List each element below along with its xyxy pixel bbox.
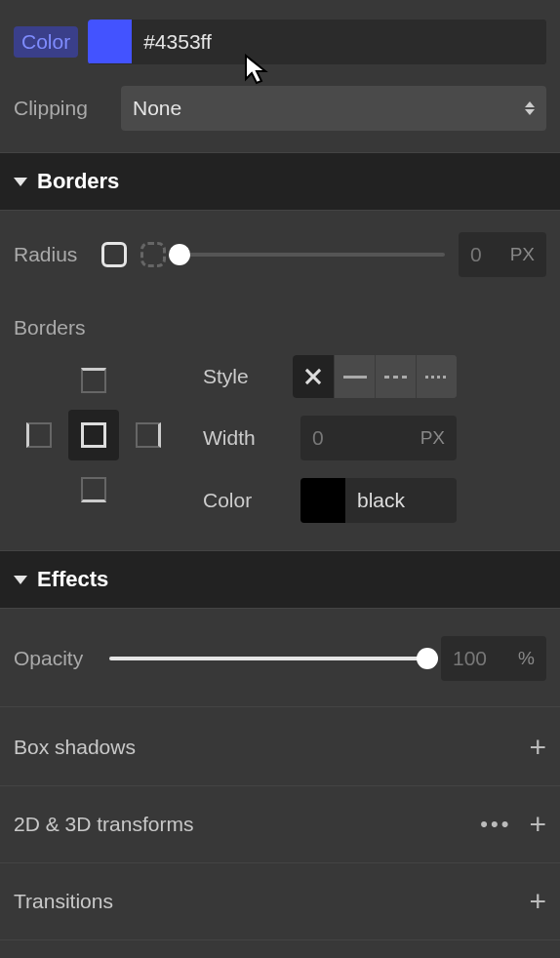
- bg-color-input[interactable]: #4353ff: [132, 20, 546, 64]
- select-caret-icon: [525, 101, 535, 115]
- solid-line-icon: [343, 376, 367, 379]
- border-color-swatch[interactable]: [300, 478, 345, 523]
- border-color-value: black: [345, 489, 417, 512]
- opacity-input[interactable]: 100 %: [441, 636, 546, 681]
- svg-marker-1: [525, 109, 535, 115]
- box-shadows-label: Box shadows: [14, 736, 136, 759]
- bg-color-field[interactable]: #4353ff: [88, 20, 546, 64]
- radius-slider[interactable]: [180, 253, 445, 257]
- transforms-more-button[interactable]: •••: [480, 812, 511, 837]
- radius-per-corner-icon[interactable]: [140, 242, 166, 267]
- add-transition-button[interactable]: +: [529, 887, 546, 916]
- borders-title: Borders: [37, 169, 119, 194]
- radius-label: Radius: [14, 243, 88, 266]
- opacity-slider[interactable]: [109, 657, 427, 660]
- border-style-label: Style: [203, 365, 249, 388]
- border-side-bottom[interactable]: [68, 464, 119, 515]
- clipping-label: Clipping: [14, 97, 111, 120]
- transforms-row[interactable]: 2D & 3D transforms ••• +: [0, 786, 560, 863]
- clipping-select[interactable]: None: [121, 86, 546, 131]
- effects-section-header[interactable]: Effects: [0, 550, 560, 609]
- border-color-input[interactable]: black: [300, 478, 457, 523]
- opacity-slider-thumb[interactable]: [417, 648, 438, 669]
- border-width-unit: PX: [420, 427, 445, 449]
- radius-slider-thumb[interactable]: [169, 244, 190, 265]
- border-side-right[interactable]: [123, 410, 174, 460]
- border-sides-grid: [14, 355, 174, 515]
- border-style-dashed[interactable]: [375, 355, 416, 398]
- transitions-row[interactable]: Transitions +: [0, 863, 560, 940]
- transitions-label: Transitions: [14, 890, 113, 913]
- opacity-label: Opacity: [14, 647, 96, 670]
- border-style-dotted[interactable]: [416, 355, 457, 398]
- bg-color-swatch[interactable]: [88, 20, 132, 63]
- border-width-label: Width: [203, 426, 256, 450]
- svg-marker-0: [525, 101, 535, 107]
- border-style-none[interactable]: [293, 355, 334, 398]
- collapse-icon: [14, 178, 27, 186]
- opacity-value: 100: [453, 647, 487, 670]
- opacity-unit: %: [518, 648, 535, 669]
- dotted-line-icon: [425, 376, 449, 379]
- border-width-input[interactable]: 0 PX: [300, 416, 457, 460]
- radius-input[interactable]: 0 PX: [459, 232, 546, 277]
- border-style-options: [293, 355, 457, 398]
- box-shadows-row[interactable]: Box shadows +: [0, 709, 560, 786]
- borders-section-header[interactable]: Borders: [0, 152, 560, 211]
- radius-unit: PX: [510, 244, 535, 265]
- bg-color-label: Color: [14, 26, 78, 58]
- radius-all-corners-icon[interactable]: [101, 242, 127, 267]
- borders-sub-label: Borders: [14, 308, 546, 355]
- transforms-label: 2D & 3D transforms: [14, 813, 193, 836]
- border-color-label: Color: [203, 489, 252, 512]
- border-side-left[interactable]: [14, 410, 64, 460]
- radius-value: 0: [470, 243, 482, 266]
- border-side-all[interactable]: [68, 410, 119, 460]
- x-icon: [304, 368, 322, 385]
- border-width-value: 0: [312, 426, 324, 450]
- border-side-top[interactable]: [68, 355, 119, 406]
- filters-row[interactable]: Filters +: [0, 940, 560, 958]
- add-box-shadow-button[interactable]: +: [529, 733, 546, 762]
- effects-title: Effects: [37, 567, 108, 592]
- add-transform-button[interactable]: +: [529, 810, 546, 839]
- collapse-icon: [14, 576, 27, 584]
- clipping-value: None: [133, 97, 181, 120]
- dashed-line-icon: [384, 376, 408, 379]
- border-style-solid[interactable]: [334, 355, 375, 398]
